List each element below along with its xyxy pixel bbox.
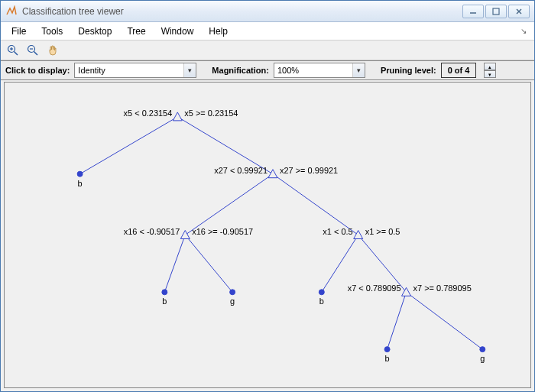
magnification-label: Magnification: xyxy=(212,66,269,75)
pruning-value: 0 of 4 xyxy=(448,66,470,75)
magnification-dropdown[interactable]: 100% ▾ xyxy=(274,63,365,78)
menu-desktop[interactable]: Desktop xyxy=(70,24,119,39)
window-title: Classification tree viewer xyxy=(22,6,462,17)
controlbar: Click to display: Identity ▾ Magnificati… xyxy=(1,60,534,80)
dock-icon[interactable]: ↘ xyxy=(520,27,527,35)
zoom-out-icon[interactable] xyxy=(25,43,41,58)
leaf-label-5: b xyxy=(385,354,390,363)
menu-tree[interactable]: Tree xyxy=(119,24,153,39)
split-label-1-left: x5 < 0.23154 xyxy=(124,109,173,118)
menu-window[interactable]: Window xyxy=(154,24,202,39)
leaf-label-1: b xyxy=(78,179,83,188)
leaf-label-4: b xyxy=(319,296,324,306)
pruning-label: Pruning level: xyxy=(381,66,436,75)
edge xyxy=(164,235,185,293)
edge xyxy=(80,117,178,174)
split-label-3-left: x16 < -0.90517 xyxy=(124,227,180,236)
split-node-1[interactable] xyxy=(173,112,182,121)
pruning-down-button[interactable]: ▾ xyxy=(484,70,496,78)
menubar: File Tools Desktop Tree Window Help ↘ xyxy=(1,22,534,40)
leaf-label-3: g xyxy=(230,296,235,306)
tree-canvas[interactable]: x5 < 0.23154 x5 >= 0.23154 x27 < 0.99921… xyxy=(4,82,531,388)
zoom-in-icon[interactable] xyxy=(5,43,21,58)
pruning-value-box: 0 of 4 xyxy=(441,63,477,78)
split-node-3[interactable] xyxy=(180,231,190,239)
pruning-up-button[interactable]: ▴ xyxy=(484,63,496,70)
svg-rect-1 xyxy=(493,8,499,15)
leaf-node-6[interactable] xyxy=(480,347,485,352)
split-label-3-right: x16 >= -0.90517 xyxy=(192,227,253,236)
split-node-2[interactable] xyxy=(268,170,277,178)
minimize-button[interactable] xyxy=(462,5,484,18)
split-label-5-left: x7 < 0.789095 xyxy=(348,283,401,293)
edge xyxy=(387,292,407,349)
svg-line-9 xyxy=(34,51,38,55)
display-dropdown[interactable]: Identity ▾ xyxy=(74,63,196,78)
app-window: Classification tree viewer File Tools De… xyxy=(0,0,535,392)
leaf-node-1[interactable] xyxy=(77,171,83,177)
window-controls xyxy=(462,5,530,18)
magnification-value: 100% xyxy=(277,66,349,75)
close-button[interactable] xyxy=(508,5,530,18)
split-label-5-right: x7 >= 0.789095 xyxy=(413,283,472,293)
titlebar: Classification tree viewer xyxy=(1,1,534,22)
leaf-label-2: b xyxy=(162,296,167,306)
pan-icon[interactable] xyxy=(45,43,60,58)
leaf-node-3[interactable] xyxy=(230,290,235,295)
matlab-icon xyxy=(5,5,18,18)
menu-file[interactable]: File xyxy=(4,24,34,39)
leaf-label-6: g xyxy=(480,354,485,363)
maximize-button[interactable] xyxy=(485,5,507,18)
chevron-down-icon: ▾ xyxy=(352,63,365,77)
display-label: Click to display: xyxy=(5,66,70,75)
display-value: Identity xyxy=(78,66,180,75)
split-label-4-right: x1 >= 0.5 xyxy=(365,227,400,236)
leaf-node-5[interactable] xyxy=(384,347,390,352)
toolbar xyxy=(1,40,534,60)
split-label-2-left: x27 < 0.99921 xyxy=(214,166,268,175)
pruning-spinner: ▴ ▾ xyxy=(484,63,496,78)
split-label-2-right: x27 >= 0.99921 xyxy=(280,166,338,175)
edge xyxy=(407,292,483,349)
split-node-4[interactable] xyxy=(354,231,363,239)
split-label-1-right: x5 >= 0.23154 xyxy=(184,109,238,118)
chevron-down-icon: ▾ xyxy=(183,63,196,77)
menu-help[interactable]: Help xyxy=(201,24,235,39)
split-label-4-left: x1 < 0.5 xyxy=(323,227,352,236)
leaf-node-4[interactable] xyxy=(319,290,324,295)
menu-tools[interactable]: Tools xyxy=(34,24,70,39)
svg-line-5 xyxy=(15,51,18,55)
edge xyxy=(185,235,232,293)
leaf-node-2[interactable] xyxy=(162,290,167,295)
tree-svg: x5 < 0.23154 x5 >= 0.23154 x27 < 0.99921… xyxy=(5,83,530,387)
